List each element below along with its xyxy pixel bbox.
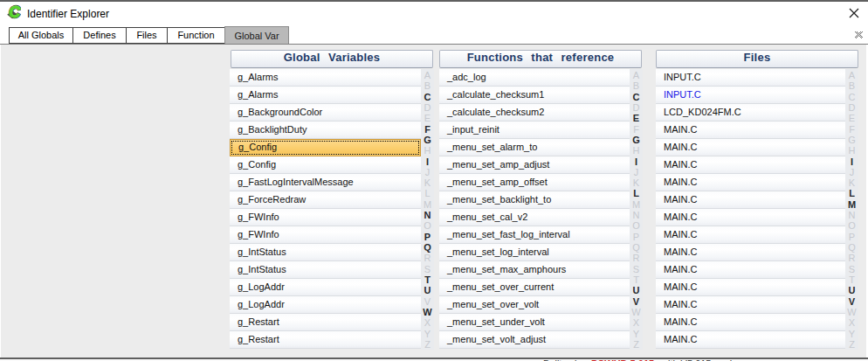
svg-text:C: C <box>9 4 21 21</box>
